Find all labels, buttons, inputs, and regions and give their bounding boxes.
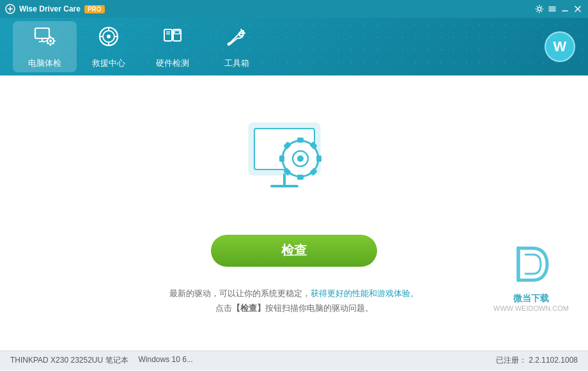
nav-item-jijiu[interactable]: 救援中心 (77, 21, 141, 72)
svg-rect-37 (297, 138, 304, 143)
version-number: 2.2.1102.1008 (529, 356, 578, 365)
nav-icon-yinjian (160, 24, 185, 54)
version-label: 已注册： (496, 356, 527, 365)
statusbar-left: THINKPAD X230 23252UU 笔记本 Windows 10 6..… (10, 355, 193, 366)
svg-rect-24 (164, 29, 172, 41)
svg-point-1 (538, 8, 541, 11)
nav-label-yinjian: 硬件检测 (156, 58, 189, 69)
minimize-button[interactable] (560, 4, 570, 14)
scan-button[interactable]: 检查 (211, 235, 377, 267)
nav-item-yinjian[interactable]: 硬件检测 (141, 21, 205, 72)
titlebar-controls (534, 4, 583, 14)
svg-rect-38 (297, 175, 304, 180)
svg-point-45 (297, 155, 304, 162)
nav-icon-jianche (33, 24, 57, 54)
svg-rect-46 (523, 256, 536, 272)
settings-icon[interactable] (534, 4, 545, 14)
close-button[interactable] (573, 4, 583, 14)
svg-rect-39 (279, 155, 284, 162)
device-name: THINKPAD X230 23252UU 笔记本 (10, 355, 128, 366)
svg-rect-40 (316, 155, 321, 162)
nav-icon-jijiu (97, 24, 121, 54)
menu-icon[interactable] (547, 4, 557, 14)
main-content: 检查 最新的驱动，可以让你的系统更稳定，获得更好的性能和游戏体验。 点击【检查】… (0, 75, 588, 351)
svg-point-12 (49, 40, 52, 42)
statusbar-right: 已注册： 2.2.1102.1008 (496, 355, 578, 366)
desc-line2: 点击【检查】按钮扫描你电脑的驱动问题。 (169, 301, 419, 315)
svg-point-23 (107, 35, 111, 38)
nav-label-gongju: 工具箱 (224, 58, 249, 69)
app-title: Wise Driver Care (19, 4, 81, 13)
illustration (230, 111, 358, 216)
svg-point-29 (229, 43, 231, 45)
nav-item-gongju[interactable]: 工具箱 (205, 21, 268, 72)
desc-link: 获得更好的性能和游戏体验。 (311, 288, 419, 298)
svg-line-19 (47, 43, 48, 43)
watermark: 微当下载 WWW.WEIDOWN.COM (493, 242, 569, 312)
svg-rect-8 (35, 28, 49, 38)
app-icon (5, 4, 15, 14)
titlebar-left: Wise Driver Care PRO (5, 4, 105, 14)
titlebar: Wise Driver Care PRO (0, 0, 588, 18)
nav-icon-gongju (224, 24, 249, 54)
nav-label-jijiu: 救援中心 (92, 58, 125, 69)
os-name: Windows 10 6... (139, 355, 193, 366)
statusbar: THINKPAD X230 23252UU 笔记本 Windows 10 6..… (0, 351, 588, 370)
pro-badge: PRO (84, 5, 105, 13)
watermark-url: WWW.WEIDOWN.COM (493, 304, 569, 312)
watermark-logo (493, 242, 569, 293)
svg-line-17 (47, 38, 48, 39)
watermark-brand: 微当下载 (493, 293, 569, 304)
svg-line-20 (53, 38, 54, 39)
avatar[interactable]: W (545, 31, 575, 62)
svg-rect-28 (174, 31, 180, 34)
navbar: 电脑体检 救援中心 硬件检测 (0, 18, 588, 75)
nav-item-jianche[interactable]: 电脑体检 (13, 21, 77, 72)
svg-line-18 (53, 43, 54, 43)
desc-line1: 最新的驱动，可以让你的系统更稳定，获得更好的性能和游戏体验。 (169, 286, 419, 301)
description-text: 最新的驱动，可以让你的系统更稳定，获得更好的性能和游戏体验。 点击【检查】按钮扫… (169, 286, 419, 316)
nav-label-jianche: 电脑体检 (28, 58, 61, 69)
